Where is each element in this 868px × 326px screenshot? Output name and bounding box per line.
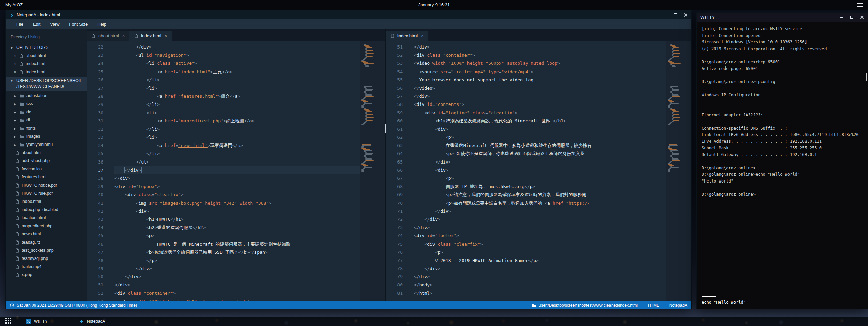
code-area-right[interactable]: </div><div class="container"><video widt… <box>408 41 666 301</box>
code-line[interactable]: </div> <box>414 158 666 166</box>
code-line[interactable]: <div id="tagline" class="clearfix"> <box>414 109 666 117</box>
code-line[interactable]: <li> <box>114 133 360 141</box>
code-line[interactable]: <li class="active"> <box>114 59 360 68</box>
file-item-teabag-7z[interactable]: teabag.7z <box>6 238 87 246</box>
close-icon[interactable] <box>683 13 688 17</box>
code-line[interactable]: </video> <box>414 84 666 92</box>
code-line[interactable]: </div> <box>414 215 666 224</box>
workspace-folder-header[interactable]: ▾ USER:/DESKTOP/SCREENSHOT /TEST/WWW CLE… <box>6 77 87 91</box>
minimap-left[interactable] <box>360 41 385 301</box>
code-line[interactable]: </li> <box>114 100 360 109</box>
code-line[interactable]: <div> <box>414 166 666 174</box>
code-line[interactable]: 在香港的Minecraft 伺服器中，多為小遊戲和純生存的伺服器，較少擁有 <box>414 141 666 150</box>
file-item-x-php[interactable]: x.php <box>6 271 87 279</box>
code-line[interactable]: <video width="100%" height="500px" autop… <box>414 59 666 68</box>
file-item-hkwtc-rule-pdf[interactable]: HKWTC rule.pdf <box>6 189 87 197</box>
code-line[interactable]: <p> 即使你不是建築師，你也能透過紅石師或鐵路工程師的身份加入我 <box>414 150 666 158</box>
code-line[interactable]: <div class="container"> <box>114 289 360 298</box>
close-editor-icon[interactable]: × <box>13 53 17 58</box>
maximize-icon[interactable] <box>673 13 678 17</box>
code-line[interactable]: </div> <box>414 43 666 51</box>
code-line[interactable]: <div class="clearfix"> <box>414 240 666 248</box>
code-line[interactable]: <a href="news.html">玩家傳送門</a> <box>114 141 360 150</box>
app-launcher-icon[interactable] <box>3 317 13 325</box>
maximize-icon[interactable] <box>849 15 854 20</box>
file-item-add-vhost-php[interactable]: add_vhost.php <box>6 157 87 165</box>
folder-item-dc[interactable]: ▸dc <box>6 108 87 116</box>
folder-item-css[interactable]: ▸css <box>6 100 87 108</box>
folder-item-fonts[interactable]: ▸fonts <box>6 124 87 132</box>
code-line[interactable]: <div class="clearfix"> <box>114 191 360 199</box>
code-line[interactable]: <video width="100%" height="500px" autop… <box>114 298 360 301</box>
status-file-path-group[interactable]: user:/Desktop/screenshot/test/www cleane… <box>532 303 637 308</box>
close-editor-icon[interactable]: × <box>13 70 17 74</box>
code-line[interactable]: <img src="images/box.png" height="342" w… <box>114 199 360 207</box>
code-line[interactable]: <source src="trailer.mp4" type="video/mp… <box>414 68 666 76</box>
code-line[interactable]: <div id="footer"> <box>414 232 666 240</box>
file-item-test-sockets-php[interactable]: test_sockets.php <box>6 246 87 254</box>
code-line[interactable]: <li> <box>114 109 360 117</box>
code-line[interactable]: <p> <box>414 133 666 141</box>
aroz-brand[interactable]: My ArOZ <box>5 2 23 7</box>
close-tab-icon[interactable]: × <box>122 33 125 38</box>
open-editor-item-index-html[interactable]: ×index.html <box>6 60 87 68</box>
open-editor-item-index-html[interactable]: ×index.html <box>6 68 87 76</box>
tab-index-html[interactable]: index.html× <box>129 31 172 41</box>
terminal-output[interactable]: [info] Connecting to arozos WsTTY servic… <box>697 22 868 309</box>
code-area-left[interactable]: </div> <ul id="navigation"> <li class="a… <box>108 41 360 301</box>
folder-item-dl[interactable]: ▸dl <box>6 116 87 124</box>
notepad-titlebar[interactable]: NotepadA - index.html <box>6 10 691 19</box>
code-line[interactable]: </li> <box>114 76 360 84</box>
terminal-scrollbar[interactable] <box>866 73 867 81</box>
code-line[interactable]: <div> <box>414 125 666 133</box>
folder-item-autostation[interactable]: ▸autostation <box>6 92 87 100</box>
code-line[interactable]: </li> <box>114 125 360 133</box>
wstty-titlebar[interactable]: WsTTY <box>697 13 868 22</box>
code-line[interactable]: </p> <box>114 256 360 265</box>
taskbar-item-notepada[interactable]: NotepadA <box>73 318 110 325</box>
taskbar-item-wstty[interactable]: WsTTY <box>20 318 53 325</box>
code-line[interactable]: <a href="index.html">主頁</a> <box>114 68 360 76</box>
hamburger-menu-icon[interactable] <box>857 3 863 7</box>
file-item-features-html[interactable]: features.html <box>6 173 87 181</box>
code-line[interactable]: </div> <box>414 265 666 273</box>
code-line[interactable]: Your browser does not support the video … <box>414 76 666 84</box>
code-line[interactable]: </ul> <box>114 158 360 166</box>
code-line[interactable]: </div> <box>114 43 360 51</box>
menu-view[interactable]: View <box>46 20 64 28</box>
minimize-icon[interactable] <box>839 15 844 20</box>
code-line[interactable]: </div> <box>414 224 666 232</box>
minimize-icon[interactable] <box>663 13 668 17</box>
code-line[interactable]: <div> <box>114 207 360 215</box>
file-item-favicon-ico[interactable]: favicon.ico <box>6 165 87 173</box>
tab-about-html[interactable]: about.html× <box>87 31 129 41</box>
code-line[interactable]: <p>請注意，我們的伺服器為確保玩家及遊玩時的質素，我們對的服務開 <box>414 191 666 199</box>
file-item-index-php-disabled[interactable]: index.php_disabled <box>6 206 87 214</box>
menu-help[interactable]: Help <box>93 20 111 28</box>
file-item-news-html[interactable]: news.html <box>6 230 87 238</box>
code-line[interactable]: <a href="features.html">簡介</a> <box>114 92 360 100</box>
close-editor-icon[interactable]: × <box>13 61 17 66</box>
close-tab-icon[interactable]: × <box>165 33 167 38</box>
close-tab-icon[interactable]: × <box>421 33 424 38</box>
code-line[interactable]: <li> <box>114 84 360 92</box>
code-line[interactable]: © 2018 - 2019 HKWTC Animation Gamer</p> <box>414 256 666 265</box>
folder-item-yamlyamlamu[interactable]: ▸yamlyamlamu <box>6 140 87 149</box>
file-item-testmysql-php[interactable]: testmysql.php <box>6 254 87 263</box>
code-line[interactable]: </div> <box>414 92 666 100</box>
code-line[interactable]: <p>如有問題或需要申請白名單，歡迎加入我們的 <a href="https:/… <box>414 199 666 207</box>
code-line[interactable]: </div> <box>414 273 666 281</box>
code-line[interactable]: </div> <box>114 174 360 183</box>
code-line[interactable]: <h1>HKWTC</h1> <box>114 215 360 224</box>
code-line[interactable]: <a href="mapredirect.php">網上地圖</a> <box>114 117 360 125</box>
file-item-about-html[interactable]: about.html <box>6 149 87 157</box>
tab-index-html[interactable]: index.html× <box>386 31 428 41</box>
open-editors-header[interactable]: ▾ OPEN EDITORS <box>6 43 87 52</box>
code-line[interactable]: <div class="container"> <box>414 51 666 59</box>
code-line[interactable]: </html> <box>414 289 666 298</box>
file-item-index-html[interactable]: index.html <box>6 197 87 206</box>
status-language-mode[interactable]: HTML <box>648 303 659 308</box>
menu-edit[interactable]: Edit <box>29 20 45 28</box>
code-line[interactable]: 伺服器 IP 地址為： mcs.hkwtc.org</p> <box>414 183 666 191</box>
code-line[interactable]: </body> <box>414 281 666 289</box>
